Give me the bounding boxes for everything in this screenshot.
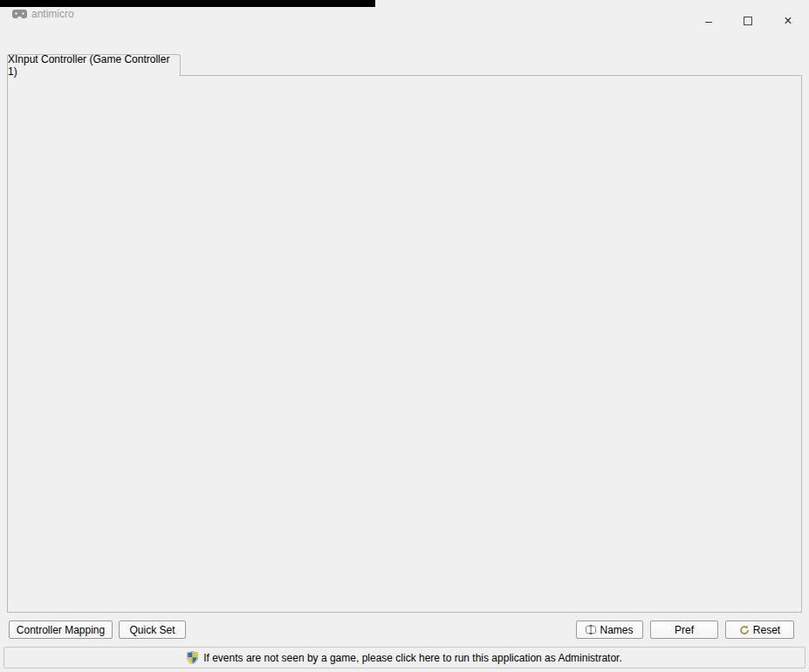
window-title: antimicro: [31, 8, 74, 20]
status-bar[interactable]: If events are not seen by a game, please…: [3, 647, 806, 669]
app-gamepad-icon: [12, 10, 27, 19]
maximize-icon: [744, 17, 752, 25]
pref-button[interactable]: Pref: [650, 621, 718, 639]
controller-mapping-button[interactable]: Controller Mapping: [9, 621, 113, 639]
tab-controller[interactable]: XInput Controller (Game Controller 1): [7, 54, 181, 76]
names-button[interactable]: Names: [576, 621, 643, 639]
reset-button[interactable]: Reset: [725, 621, 794, 639]
reset-label: Reset: [753, 624, 780, 636]
top-black-strip: [0, 0, 375, 7]
tab-pane: [7, 75, 802, 613]
names-icon: [586, 625, 596, 634]
uac-shield-icon: [187, 651, 198, 664]
names-label: Names: [600, 624, 633, 636]
menu-bar: App Options Help: [0, 26, 809, 45]
reset-icon: [739, 625, 750, 635]
status-message: If events are not seen by a game, please…: [203, 652, 622, 664]
tab-label: XInput Controller (Game Controller 1): [8, 53, 180, 78]
title-bar: antimicro – ×: [0, 7, 809, 26]
quick-set-button[interactable]: Quick Set: [119, 621, 186, 639]
